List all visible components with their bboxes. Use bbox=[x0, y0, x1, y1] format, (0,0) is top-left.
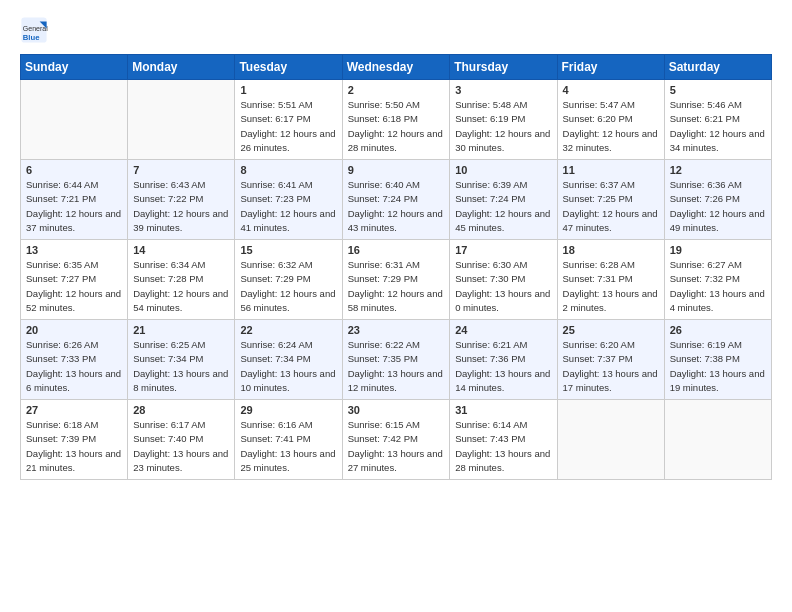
day-info: Sunrise: 6:18 AMSunset: 7:39 PMDaylight:… bbox=[26, 418, 122, 475]
daylight-text: Daylight: 12 hours and 58 minutes. bbox=[348, 288, 443, 313]
daylight-text: Daylight: 12 hours and 52 minutes. bbox=[26, 288, 121, 313]
weekday-header-wednesday: Wednesday bbox=[342, 55, 450, 80]
calendar-cell: 30Sunrise: 6:15 AMSunset: 7:42 PMDayligh… bbox=[342, 400, 450, 480]
sunset-text: Sunset: 7:24 PM bbox=[455, 193, 525, 204]
daylight-text: Daylight: 12 hours and 39 minutes. bbox=[133, 208, 228, 233]
day-number: 2 bbox=[348, 84, 445, 96]
day-info: Sunrise: 5:46 AMSunset: 6:21 PMDaylight:… bbox=[670, 98, 766, 155]
day-number: 12 bbox=[670, 164, 766, 176]
calendar-week-3: 13Sunrise: 6:35 AMSunset: 7:27 PMDayligh… bbox=[21, 240, 772, 320]
sunset-text: Sunset: 6:17 PM bbox=[240, 113, 310, 124]
calendar-table: SundayMondayTuesdayWednesdayThursdayFrid… bbox=[20, 54, 772, 480]
sunrise-text: Sunrise: 6:32 AM bbox=[240, 259, 312, 270]
calendar-cell: 7Sunrise: 6:43 AMSunset: 7:22 PMDaylight… bbox=[128, 160, 235, 240]
daylight-text: Daylight: 13 hours and 4 minutes. bbox=[670, 288, 765, 313]
daylight-text: Daylight: 13 hours and 19 minutes. bbox=[670, 368, 765, 393]
sunset-text: Sunset: 7:42 PM bbox=[348, 433, 418, 444]
day-number: 18 bbox=[563, 244, 659, 256]
weekday-header-monday: Monday bbox=[128, 55, 235, 80]
daylight-text: Daylight: 12 hours and 28 minutes. bbox=[348, 128, 443, 153]
sunset-text: Sunset: 7:25 PM bbox=[563, 193, 633, 204]
day-info: Sunrise: 6:22 AMSunset: 7:35 PMDaylight:… bbox=[348, 338, 445, 395]
sunset-text: Sunset: 7:30 PM bbox=[455, 273, 525, 284]
day-info: Sunrise: 5:47 AMSunset: 6:20 PMDaylight:… bbox=[563, 98, 659, 155]
daylight-text: Daylight: 12 hours and 43 minutes. bbox=[348, 208, 443, 233]
calendar-cell: 15Sunrise: 6:32 AMSunset: 7:29 PMDayligh… bbox=[235, 240, 342, 320]
day-number: 10 bbox=[455, 164, 551, 176]
day-number: 24 bbox=[455, 324, 551, 336]
daylight-text: Daylight: 13 hours and 14 minutes. bbox=[455, 368, 550, 393]
sunrise-text: Sunrise: 5:51 AM bbox=[240, 99, 312, 110]
sunrise-text: Sunrise: 6:16 AM bbox=[240, 419, 312, 430]
daylight-text: Daylight: 12 hours and 45 minutes. bbox=[455, 208, 550, 233]
sunrise-text: Sunrise: 6:20 AM bbox=[563, 339, 635, 350]
day-number: 19 bbox=[670, 244, 766, 256]
sunset-text: Sunset: 7:27 PM bbox=[26, 273, 96, 284]
sunset-text: Sunset: 6:20 PM bbox=[563, 113, 633, 124]
day-number: 23 bbox=[348, 324, 445, 336]
day-number: 13 bbox=[26, 244, 122, 256]
sunrise-text: Sunrise: 6:34 AM bbox=[133, 259, 205, 270]
day-number: 3 bbox=[455, 84, 551, 96]
day-info: Sunrise: 6:43 AMSunset: 7:22 PMDaylight:… bbox=[133, 178, 229, 235]
day-number: 21 bbox=[133, 324, 229, 336]
calendar-cell: 31Sunrise: 6:14 AMSunset: 7:43 PMDayligh… bbox=[450, 400, 557, 480]
sunrise-text: Sunrise: 6:17 AM bbox=[133, 419, 205, 430]
weekday-header-sunday: Sunday bbox=[21, 55, 128, 80]
day-number: 15 bbox=[240, 244, 336, 256]
daylight-text: Daylight: 12 hours and 41 minutes. bbox=[240, 208, 335, 233]
day-number: 8 bbox=[240, 164, 336, 176]
sunrise-text: Sunrise: 6:15 AM bbox=[348, 419, 420, 430]
day-info: Sunrise: 5:48 AMSunset: 6:19 PMDaylight:… bbox=[455, 98, 551, 155]
sunrise-text: Sunrise: 6:44 AM bbox=[26, 179, 98, 190]
calendar-cell: 3Sunrise: 5:48 AMSunset: 6:19 PMDaylight… bbox=[450, 80, 557, 160]
sunset-text: Sunset: 7:29 PM bbox=[240, 273, 310, 284]
day-number: 26 bbox=[670, 324, 766, 336]
sunset-text: Sunset: 6:18 PM bbox=[348, 113, 418, 124]
sunrise-text: Sunrise: 6:37 AM bbox=[563, 179, 635, 190]
header: General Blue bbox=[20, 16, 772, 44]
weekday-header-thursday: Thursday bbox=[450, 55, 557, 80]
day-info: Sunrise: 6:15 AMSunset: 7:42 PMDaylight:… bbox=[348, 418, 445, 475]
daylight-text: Daylight: 13 hours and 6 minutes. bbox=[26, 368, 121, 393]
daylight-text: Daylight: 12 hours and 56 minutes. bbox=[240, 288, 335, 313]
sunset-text: Sunset: 7:26 PM bbox=[670, 193, 740, 204]
sunrise-text: Sunrise: 6:19 AM bbox=[670, 339, 742, 350]
sunset-text: Sunset: 7:29 PM bbox=[348, 273, 418, 284]
day-info: Sunrise: 6:31 AMSunset: 7:29 PMDaylight:… bbox=[348, 258, 445, 315]
calendar-cell: 2Sunrise: 5:50 AMSunset: 6:18 PMDaylight… bbox=[342, 80, 450, 160]
day-info: Sunrise: 6:39 AMSunset: 7:24 PMDaylight:… bbox=[455, 178, 551, 235]
sunset-text: Sunset: 7:24 PM bbox=[348, 193, 418, 204]
day-info: Sunrise: 6:16 AMSunset: 7:41 PMDaylight:… bbox=[240, 418, 336, 475]
daylight-text: Daylight: 13 hours and 21 minutes. bbox=[26, 448, 121, 473]
day-info: Sunrise: 6:24 AMSunset: 7:34 PMDaylight:… bbox=[240, 338, 336, 395]
day-number: 22 bbox=[240, 324, 336, 336]
weekday-header-friday: Friday bbox=[557, 55, 664, 80]
sunset-text: Sunset: 6:19 PM bbox=[455, 113, 525, 124]
sunset-text: Sunset: 7:34 PM bbox=[240, 353, 310, 364]
calendar-cell: 20Sunrise: 6:26 AMSunset: 7:33 PMDayligh… bbox=[21, 320, 128, 400]
day-number: 17 bbox=[455, 244, 551, 256]
calendar-cell: 24Sunrise: 6:21 AMSunset: 7:36 PMDayligh… bbox=[450, 320, 557, 400]
day-info: Sunrise: 6:36 AMSunset: 7:26 PMDaylight:… bbox=[670, 178, 766, 235]
calendar-week-1: 1Sunrise: 5:51 AMSunset: 6:17 PMDaylight… bbox=[21, 80, 772, 160]
sunrise-text: Sunrise: 6:22 AM bbox=[348, 339, 420, 350]
calendar-week-4: 20Sunrise: 6:26 AMSunset: 7:33 PMDayligh… bbox=[21, 320, 772, 400]
calendar-cell bbox=[128, 80, 235, 160]
calendar-cell: 10Sunrise: 6:39 AMSunset: 7:24 PMDayligh… bbox=[450, 160, 557, 240]
sunset-text: Sunset: 7:36 PM bbox=[455, 353, 525, 364]
day-number: 29 bbox=[240, 404, 336, 416]
calendar-week-2: 6Sunrise: 6:44 AMSunset: 7:21 PMDaylight… bbox=[21, 160, 772, 240]
day-number: 16 bbox=[348, 244, 445, 256]
day-number: 9 bbox=[348, 164, 445, 176]
sunset-text: Sunset: 7:38 PM bbox=[670, 353, 740, 364]
daylight-text: Daylight: 12 hours and 49 minutes. bbox=[670, 208, 765, 233]
calendar-cell: 21Sunrise: 6:25 AMSunset: 7:34 PMDayligh… bbox=[128, 320, 235, 400]
daylight-text: Daylight: 12 hours and 32 minutes. bbox=[563, 128, 658, 153]
sunrise-text: Sunrise: 6:40 AM bbox=[348, 179, 420, 190]
sunrise-text: Sunrise: 6:27 AM bbox=[670, 259, 742, 270]
day-number: 1 bbox=[240, 84, 336, 96]
calendar-cell: 9Sunrise: 6:40 AMSunset: 7:24 PMDaylight… bbox=[342, 160, 450, 240]
calendar-cell: 19Sunrise: 6:27 AMSunset: 7:32 PMDayligh… bbox=[664, 240, 771, 320]
day-info: Sunrise: 6:32 AMSunset: 7:29 PMDaylight:… bbox=[240, 258, 336, 315]
